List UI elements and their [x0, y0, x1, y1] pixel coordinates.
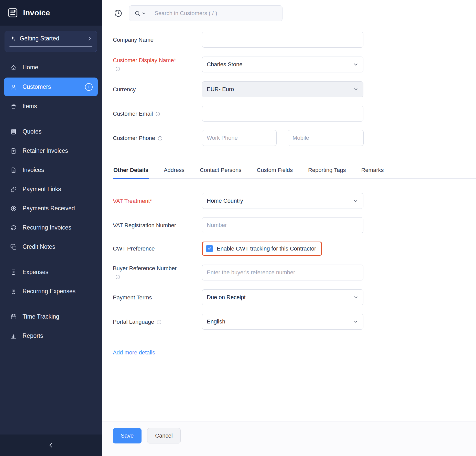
app-title: Invoice [23, 8, 50, 17]
document-icon [10, 167, 17, 173]
search-divider [150, 9, 150, 17]
tab-remarks[interactable]: Remarks [361, 167, 384, 179]
sidebar-item-reports[interactable]: Reports [0, 326, 102, 345]
chevron-down-icon [353, 295, 359, 300]
display-name-select[interactable]: Charles Stone [202, 57, 363, 72]
search-box[interactable] [129, 5, 283, 21]
details-tabs: Other Details Address Contact Persons Cu… [113, 167, 476, 179]
chevron-down-icon [353, 62, 359, 67]
sidebar-item-customers[interactable]: Customers [4, 78, 98, 96]
info-icon[interactable] [156, 319, 162, 325]
link-icon [10, 186, 17, 193]
phone-row: Customer Phone [113, 130, 476, 146]
search-icon [134, 10, 140, 16]
payment-terms-value: Due on Receipt [207, 294, 246, 301]
currency-value: EUR- Euro [207, 86, 234, 93]
calculator-icon [10, 128, 17, 135]
customer-form: Company Name Customer Display Name* Char… [102, 27, 476, 421]
info-icon[interactable] [157, 136, 163, 141]
sidebar-item-label: Customers [23, 83, 51, 90]
info-icon[interactable] [155, 111, 160, 117]
sidebar-item-label: Time Tracking [23, 313, 59, 320]
sidebar-item-invoices[interactable]: Invoices [0, 160, 102, 180]
receipt-swap-icon [10, 288, 17, 295]
search-scope-chevron-icon[interactable] [142, 11, 146, 16]
buyer-reference-input[interactable] [202, 265, 363, 280]
vat-registration-input[interactable] [202, 217, 363, 233]
vat-treatment-select[interactable]: Home Country [202, 193, 363, 209]
refresh-icon [10, 224, 17, 231]
portal-language-row: Portal Language English [113, 314, 476, 330]
sidebar-item-time-tracking[interactable]: Time Tracking [0, 307, 102, 326]
sidebar-item-recurring-expenses[interactable]: Recurring Expenses [0, 282, 102, 301]
cancel-button[interactable]: Cancel [147, 428, 180, 443]
bar-chart-icon [10, 333, 17, 339]
tab-reporting-tags[interactable]: Reporting Tags [308, 167, 347, 179]
sidebar-item-recurring-invoices[interactable]: Recurring Invoices [0, 218, 102, 237]
getting-started-label: Getting Started [20, 35, 83, 42]
portal-language-value: English [207, 318, 225, 325]
cwt-preference-label: CWT Preference [113, 244, 177, 253]
info-icon[interactable] [115, 274, 121, 280]
currency-row: Currency EUR- Euro [113, 81, 476, 97]
payment-terms-select[interactable]: Due on Receipt [202, 289, 363, 305]
phone-label: Customer Phone [113, 134, 177, 142]
sidebar-item-label: Invoices [23, 167, 44, 173]
search-input[interactable] [154, 10, 277, 17]
portal-language-label: Portal Language [113, 318, 177, 326]
sidebar-item-credit-notes[interactable]: Credit Notes [0, 237, 102, 256]
history-icon[interactable] [114, 9, 123, 18]
sidebar-item-label: Payment Links [23, 186, 61, 193]
add-more-details-link[interactable]: Add more details [113, 349, 155, 356]
sidebar-item-retainer-invoices[interactable]: Retainer Invoices [0, 141, 102, 160]
other-details-section: VAT Treatment* Home Country VAT Registra… [113, 193, 476, 356]
cwt-checkbox[interactable] [206, 245, 213, 252]
work-phone-input[interactable] [202, 130, 277, 146]
getting-started-card[interactable]: Getting Started [5, 31, 97, 52]
copy-icon [10, 244, 17, 250]
sparkle-icon [9, 35, 16, 42]
add-customer-button[interactable] [85, 83, 93, 91]
app-root: Invoice Getting Started Home Custome [0, 0, 476, 456]
vat-registration-row: VAT Registration Number [113, 217, 476, 233]
tab-contact-persons[interactable]: Contact Persons [199, 167, 242, 179]
sidebar-collapse-button[interactable] [0, 435, 102, 456]
sidebar-item-payment-links[interactable]: Payment Links [0, 180, 102, 199]
display-name-label: Customer Display Name* [113, 56, 177, 73]
chevron-right-icon [87, 36, 92, 41]
sidebar-item-expenses[interactable]: Expenses [0, 263, 102, 282]
company-name-input[interactable] [202, 32, 363, 48]
vat-treatment-label: VAT Treatment* [113, 197, 177, 205]
tab-other-details[interactable]: Other Details [113, 167, 149, 179]
portal-language-select[interactable]: English [202, 314, 363, 330]
form-footer: Save Cancel [102, 421, 476, 456]
save-button[interactable]: Save [113, 428, 142, 443]
sidebar-item-label: Retainer Invoices [23, 147, 68, 154]
sidebar: Invoice Getting Started Home Custome [0, 0, 102, 456]
sidebar-item-label: Items [23, 103, 37, 110]
document-star-icon [10, 148, 17, 154]
receipt-icon [10, 269, 17, 276]
sidebar-nav-group-sales: Quotes Retainer Invoices Invoices Paymen… [0, 122, 102, 256]
sidebar-item-label: Credit Notes [23, 243, 55, 250]
getting-started-progress-bar [9, 46, 92, 47]
sidebar-item-payments-received[interactable]: Payments Received [0, 199, 102, 218]
vat-treatment-row: VAT Treatment* Home Country [113, 193, 476, 209]
sidebar-item-home[interactable]: Home [0, 58, 102, 77]
vat-treatment-value: Home Country [207, 198, 243, 204]
chevron-down-icon [353, 198, 359, 204]
sidebar-item-items[interactable]: Items [0, 97, 102, 116]
email-input[interactable] [202, 106, 363, 122]
info-icon[interactable] [115, 66, 121, 72]
cwt-highlight-box: Enable CWT tracking for this Contractor [202, 242, 322, 256]
cwt-checkbox-label: Enable CWT tracking for this Contractor [217, 245, 316, 252]
sidebar-item-quotes[interactable]: Quotes [0, 122, 102, 141]
sidebar-nav-group-purchases: Expenses Recurring Expenses [0, 263, 102, 301]
sidebar-item-label: Payments Received [23, 205, 75, 212]
calendar-icon [10, 313, 17, 320]
tab-address[interactable]: Address [163, 167, 185, 179]
mobile-phone-input[interactable] [288, 130, 364, 146]
tab-custom-fields[interactable]: Custom Fields [256, 167, 293, 179]
chevron-down-icon [353, 319, 359, 324]
currency-select[interactable]: EUR- Euro [202, 81, 363, 97]
